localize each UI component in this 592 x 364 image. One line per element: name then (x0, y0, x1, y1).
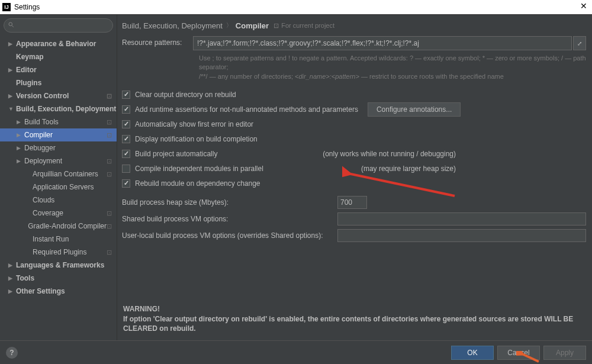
checkbox[interactable] (122, 135, 130, 143)
check-row: Add runtime assertions for not-null-anno… (122, 102, 586, 117)
tree-arrow-icon (17, 132, 22, 138)
check-row: Automatically show first error in editor (122, 117, 586, 131)
tree-item-label: Tools (16, 274, 34, 282)
tree-arrow-icon (17, 158, 22, 164)
checkbox-label[interactable]: Add runtime assertions for not-null-anno… (135, 105, 358, 114)
help-button[interactable]: ? (6, 347, 18, 359)
project-scope-icon: ⊡ (107, 210, 112, 217)
close-icon[interactable]: ✕ (580, 1, 587, 11)
checkbox[interactable] (122, 179, 130, 188)
titlebar: IJ Settings ✕ (0, 0, 592, 14)
tree-item-label: Coverage (33, 209, 63, 217)
tree-item-label: Instant Run (33, 235, 69, 243)
resource-patterns-label: Resource patterns: (122, 36, 193, 47)
tree-item-label: Deployment (24, 157, 62, 165)
checkbox[interactable] (122, 150, 130, 158)
project-scope-icon: ⊡ (107, 92, 112, 100)
sidebar-item-keymap[interactable]: Keymap (0, 50, 117, 63)
tree-item-label: Other Settings (16, 287, 65, 295)
sidebar-item-version-control[interactable]: Version Control⊡ (0, 89, 117, 102)
sidebar-item-compiler[interactable]: Compiler⊡ (0, 128, 117, 141)
tree-item-label: Appearance & Behavior (16, 40, 96, 48)
sidebar: Appearance & BehaviorKeymapEditorPlugins… (0, 15, 117, 340)
sidebar-item-other-settings[interactable]: Other Settings (0, 285, 117, 298)
configure-annotations-button[interactable]: Configure annotations... (368, 102, 461, 117)
sidebar-item-debugger[interactable]: Debugger (0, 141, 117, 154)
footer: ? OK Cancel Apply (0, 340, 592, 364)
apply-button[interactable]: Apply (543, 346, 586, 360)
cancel-button[interactable]: Cancel (497, 346, 540, 360)
user-vm-input[interactable] (337, 229, 586, 242)
breadcrumb-current: Compiler (236, 21, 269, 30)
search-input[interactable] (4, 18, 113, 33)
breadcrumb-parent[interactable]: Build, Execution, Deployment (122, 21, 223, 30)
tree-item-label: Application Servers (33, 183, 94, 191)
sidebar-item-editor[interactable]: Editor (0, 63, 117, 76)
sidebar-item-arquillian-containers[interactable]: Arquillian Containers⊡ (0, 167, 117, 181)
chevron-right-icon: 〉 (226, 21, 232, 30)
checkbox-label[interactable]: Clear output directory on rebuild (135, 91, 236, 99)
project-scope-icon: ⊡ (107, 118, 112, 126)
tree-item-label: Keymap (16, 53, 44, 61)
tree-item-label: Required Plugins (33, 248, 86, 256)
ok-button[interactable]: OK (451, 346, 494, 360)
tree-arrow-icon (8, 41, 14, 47)
sidebar-item-languages-frameworks[interactable]: Languages & Frameworks (0, 259, 117, 272)
checkbox-label[interactable]: Automatically show first error in editor (135, 120, 253, 128)
tree-item-label: Build, Execution, Deployment (16, 105, 116, 113)
window-title: Settings (14, 3, 40, 11)
tree-arrow-icon (8, 67, 14, 73)
checkbox-note: (only works while not running / debuggin… (323, 150, 586, 158)
sidebar-item-plugins[interactable]: Plugins (0, 76, 117, 89)
user-vm-label: User-local build process VM options (ove… (122, 231, 337, 240)
project-icon: ⊡ (274, 22, 279, 30)
tree-item-label: Compiler (24, 131, 53, 139)
project-scope-icon: ⊡ (107, 157, 112, 165)
checkbox[interactable] (122, 91, 130, 99)
checkbox-label[interactable]: Display notification on build completion (135, 135, 258, 143)
sidebar-item-required-plugins[interactable]: Required Plugins⊡ (0, 246, 117, 259)
heap-size-input[interactable] (337, 196, 367, 209)
check-row: Build project automatically(only works w… (122, 146, 586, 161)
sidebar-item-appearance-behavior[interactable]: Appearance & Behavior (0, 37, 117, 50)
sidebar-item-tools[interactable]: Tools (0, 272, 117, 285)
shared-vm-input[interactable] (337, 212, 586, 226)
tree-item-label: Clouds (33, 196, 54, 204)
sidebar-item-clouds[interactable]: Clouds (0, 194, 117, 207)
project-scope-icon: ⊡ (107, 249, 112, 256)
tree-arrow-icon (8, 93, 14, 99)
sidebar-item-application-servers[interactable]: Application Servers (0, 181, 117, 194)
warning-title: WARNING! (123, 304, 586, 314)
app-icon: IJ (2, 3, 11, 11)
tree-item-label: Editor (16, 66, 37, 74)
sidebar-item-build-execution-deployment[interactable]: Build, Execution, Deployment (0, 102, 117, 115)
checkbox[interactable] (122, 165, 130, 173)
project-scope-icon: ⊡ (107, 131, 112, 139)
checkbox[interactable] (122, 105, 130, 114)
tree-arrow-icon (8, 106, 14, 112)
expand-field-button[interactable]: ⤢ (573, 36, 586, 50)
resource-patterns-input[interactable] (193, 36, 572, 50)
tree-arrow-icon (8, 288, 14, 294)
scope-badge: ⊡ For current project (274, 22, 334, 30)
tree-item-label: Build Tools (24, 118, 59, 126)
checkbox-label[interactable]: Build project automatically (135, 150, 217, 158)
checkbox[interactable] (122, 120, 130, 128)
sidebar-item-build-tools[interactable]: Build Tools⊡ (0, 115, 117, 128)
patterns-hint: Use ; to separate patterns and ! to nega… (199, 54, 586, 81)
sidebar-item-coverage[interactable]: Coverage⊡ (0, 207, 117, 220)
tree-arrow-icon (17, 145, 22, 151)
tree-item-label: Plugins (16, 79, 41, 87)
sidebar-item-deployment[interactable]: Deployment⊡ (0, 154, 117, 167)
checkbox-note: (may require larger heap size) (361, 165, 586, 173)
project-scope-icon: ⊡ (107, 223, 112, 230)
settings-tree: Appearance & BehaviorKeymapEditorPlugins… (0, 36, 117, 340)
warning-body: If option 'Clear output directory on reb… (123, 314, 586, 333)
tree-item-label: Gradle-Android Compiler (28, 222, 107, 230)
checkbox-label[interactable]: Compile independent modules in parallel (135, 165, 263, 173)
sidebar-item-gradle-android-compiler[interactable]: Gradle-Android Compiler⊡ (0, 220, 117, 233)
check-row: Compile independent modules in parallel(… (122, 161, 586, 176)
checkbox-label[interactable]: Rebuild module on dependency change (135, 179, 260, 188)
tree-arrow-icon (8, 275, 14, 281)
sidebar-item-instant-run[interactable]: Instant Run (0, 233, 117, 246)
